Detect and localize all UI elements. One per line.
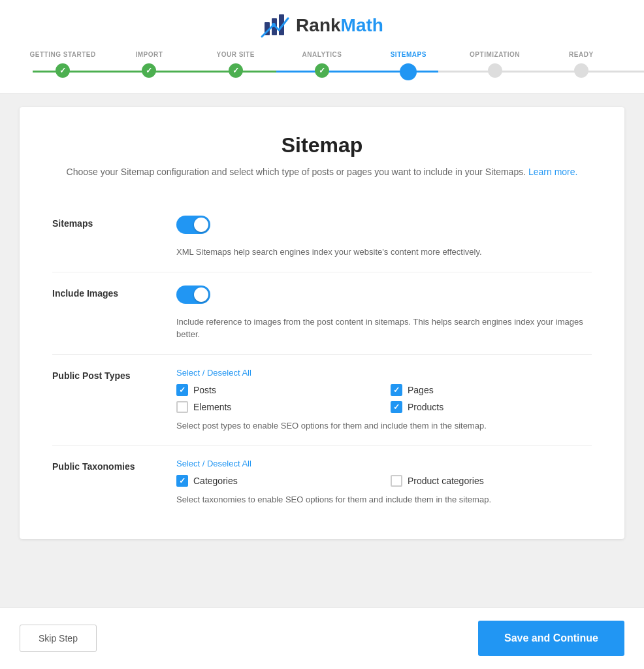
include-images-label: Include Images [52,286,157,299]
include-images-row: Include Images Include reference to imag… [52,272,592,355]
steps-track: GETTING STARTED IMPORT YOUR SITE ANALYTI… [20,51,624,93]
rankmath-logo-icon [261,13,289,38]
step-label-analytics: ANALYTICS [302,51,342,58]
step-getting-started: GETTING STARTED [20,51,106,78]
header: RankMath GETTING STARTED IMPORT YOUR SIT… [0,0,644,94]
steps-container: GETTING STARTED IMPORT YOUR SITE ANALYTI… [0,51,644,93]
step-label-sitemaps: SITEMAPS [391,51,427,58]
checkbox-products-box[interactable] [391,401,402,413]
checkbox-products-label: Products [408,402,443,412]
checkbox-elements[interactable]: Elements [176,401,378,413]
sitemaps-row: Sitemaps XML Sitemaps help search engine… [52,203,592,272]
page-wrapper: RankMath GETTING STARTED IMPORT YOUR SIT… [0,0,644,669]
step-your-site: YOUR SITE [193,51,279,78]
checkbox-elements-box[interactable] [176,401,188,413]
taxonomies-select-all[interactable]: Select / Deselect All [176,459,592,468]
skip-step-button[interactable]: Skip Step [20,625,97,652]
public-post-types-row: Public Post Types Select / Deselect All … [52,355,592,446]
taxonomies-description: Select taxonomies to enable SEO options … [176,493,592,506]
include-images-toggle[interactable] [176,286,210,304]
sitemaps-description: XML Sitemaps help search engines index y… [176,246,592,259]
public-taxonomies-label: Public Taxonomies [52,459,157,472]
checkbox-elements-label: Elements [193,402,231,412]
step-circle-sitemaps [400,63,417,80]
post-types-select-all[interactable]: Select / Deselect All [176,368,592,378]
step-circle-ready [574,63,588,78]
checkbox-categories[interactable]: Categories [176,475,378,487]
step-label-your-site: YOUR SITE [217,51,255,58]
learn-more-link[interactable]: Learn more. [528,167,577,177]
checkbox-pages-label: Pages [408,385,434,395]
content-card: Sitemap Choose your Sitemap configuratio… [20,107,624,539]
sitemaps-toggle[interactable] [176,216,210,234]
post-types-checkbox-grid: Posts Pages Elements Products [176,384,592,413]
step-import: IMPORT [106,51,192,78]
sitemaps-label: Sitemaps [52,216,157,229]
step-analytics: ANALYTICS [279,51,365,78]
step-label-import: IMPORT [135,51,163,58]
public-taxonomies-row: Public Taxonomies Select / Deselect All … [52,446,592,519]
checkbox-categories-label: Categories [193,476,238,486]
step-circle-analytics [315,63,329,78]
checkbox-pages[interactable]: Pages [391,384,592,396]
checkbox-pages-box[interactable] [391,384,402,396]
footer: Skip Step Save and Continue [0,607,644,669]
checkbox-posts-label: Posts [193,385,216,395]
page-title: Sitemap [52,133,592,157]
checkbox-product-categories[interactable]: Product categories [391,475,592,487]
step-optimization: OPTIMIZATION [451,51,538,78]
step-label-ready: READY [569,51,594,58]
include-images-description: Include reference to images from the pos… [176,316,592,341]
include-images-content: Include reference to images from the pos… [176,286,592,341]
public-post-types-content: Select / Deselect All Posts Pages Ele [176,368,592,432]
sitemaps-content: XML Sitemaps help search engines index y… [176,216,592,259]
svg-point-3 [272,23,276,27]
logo-area: RankMath [261,13,383,38]
checkbox-posts-box[interactable] [176,384,188,396]
checkbox-categories-box[interactable] [176,475,188,487]
public-taxonomies-content: Select / Deselect All Categories Product… [176,459,592,506]
step-circle-import [142,63,156,78]
checkbox-product-categories-box[interactable] [391,475,402,487]
step-circle-getting-started [56,63,70,78]
save-continue-button[interactable]: Save and Continue [478,621,624,656]
step-label-getting-started: GETTING STARTED [30,51,96,58]
checkbox-product-categories-label: Product categories [408,476,484,486]
step-ready: READY [538,51,624,78]
step-label-optimization: OPTIMIZATION [470,51,520,58]
page-subtitle: Choose your Sitemap configuration and se… [52,165,592,179]
taxonomies-checkbox-grid: Categories Product categories [176,475,592,487]
checkbox-posts[interactable]: Posts [176,384,378,396]
public-post-types-label: Public Post Types [52,368,157,381]
post-types-description: Select post types to enable SEO options … [176,419,592,432]
main-content: Sitemap Choose your Sitemap configuratio… [0,94,644,607]
step-sitemaps: SITEMAPS [365,51,451,80]
logo-text: RankMath [296,15,383,36]
step-circle-optimization [488,63,502,78]
step-circle-your-site [229,63,243,78]
checkbox-products[interactable]: Products [391,401,592,413]
